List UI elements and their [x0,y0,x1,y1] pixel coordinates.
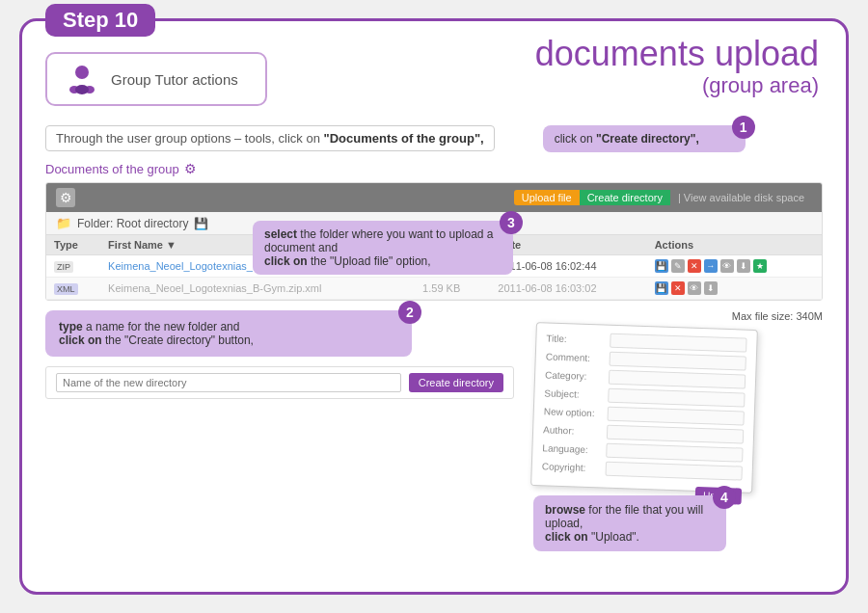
upload-option[interactable] [607,407,744,426]
step-badge: Step 10 [45,4,155,37]
callout-3-click: click on [264,254,308,268]
action-icon[interactable]: 👁 [688,281,701,295]
svg-point-3 [75,85,89,94]
num-badge-2: 2 [398,301,421,324]
callout-3: select the folder where you want to uplo… [253,221,513,275]
file-actions-1: 💾 ✎ ✕ → 👁 ⬇ ★ [647,255,822,278]
callout-3-select: select [264,227,297,241]
callout-4-browse: browse [545,503,585,517]
fm-gear-icon: ⚙ [56,188,75,207]
num-badge-1: 1 [732,116,755,139]
new-dir-input[interactable] [56,373,401,392]
callout-3-text2: the "Upload file" option, [308,254,431,268]
action-icon[interactable]: ★ [753,259,767,273]
step-label: Step 10 [63,8,138,32]
callout-4-click: click on [545,530,588,544]
upload-title[interactable] [610,333,746,353]
fm-header: ⚙ Upload file Create directory | View av… [46,183,822,212]
upload-form: Title: Comment: Category: Subject: New o… [530,322,758,493]
callout-4: browse for the file that you will upload… [533,495,726,551]
file-size-2: 1.59 KB [415,278,490,300]
action-icon[interactable]: 💾 [655,259,668,273]
num-badge-4: 4 [713,486,736,509]
instruction-top: Through the user group options – tools, … [45,125,495,151]
content-area: Through the user group options – tools, … [45,125,823,551]
file-date-2: 2011-06-08 16:03:02 [490,278,646,300]
actor-box: Group Tutor actions [45,52,267,106]
instr-text-prefix: Through the user group options – tools, … [56,131,324,146]
main-title: documents upload [535,35,819,73]
col-actions: Actions [647,235,822,255]
callout-1-bold: "Create directory", [596,132,699,146]
upload-copyright[interactable] [606,462,743,481]
callout-4-text2: "Upload". [588,530,639,544]
view-disk-btn[interactable]: | View available disk space [670,190,812,205]
callout-2: type a name for the new folder and click… [45,310,412,357]
file-type-1: ZIP [46,255,100,278]
create-dir-submit-btn[interactable]: Create directory [409,373,503,392]
callout-2-text2: the "Create directory" button, [102,333,254,347]
action-icon[interactable]: ✎ [671,259,685,273]
sub-title: (group area) [535,73,819,98]
actor-label: Group Tutor actions [111,71,238,88]
table-row: XML Keimena_Neoel_Logotexnias_B-Gym.zip.… [46,278,822,300]
action-icon[interactable]: ✕ [688,259,701,273]
max-file-size: Max file size: 340M [533,310,823,322]
action-icon[interactable]: 👁 [720,259,734,273]
fm-toolbar: Upload file Create directory | View avai… [514,190,812,205]
file-actions-2: 💾 ✕ 👁 ⬇ [647,278,822,300]
file-type-2: XML [46,278,100,300]
action-icon[interactable]: → [704,259,718,273]
page-title-block: documents upload (group area) [535,35,819,98]
action-icon[interactable]: ✕ [671,281,685,295]
num-badge-3: 3 [500,211,523,234]
upload-comment[interactable] [609,352,746,371]
action-icon[interactable]: 💾 [655,281,668,295]
file-name-2: Keimena_Neoel_Logotexnias_B-Gym.zip.xml [100,278,415,300]
callout-2-text1: a name for the new folder and [83,320,240,333]
create-dir-form: Create directory [45,366,514,399]
upload-category[interactable] [609,370,746,389]
group-tutor-icon [65,62,99,96]
callout-1-prefix: click on [555,132,596,146]
instr-text-bold: "Documents of the group", [324,131,484,146]
svg-point-0 [75,66,89,79]
upload-language[interactable] [606,443,743,463]
create-dir-form-wrapper: Create directory [45,366,514,399]
callout-2-type: type [59,320,83,333]
col-date: Date [490,235,646,255]
callout-1: click on "Create directory", 1 [543,125,746,152]
action-icon[interactable]: ⬇ [737,259,750,273]
bottom-left: type a name for the new folder and click… [45,310,514,399]
docs-section-label: Documents of the group ⚙ [45,161,823,176]
upload-section: Max file size: 340M Title: Comment: Cate… [533,310,823,551]
folder-label: Folder: Root directory [77,217,188,230]
callout-3-text1: the folder where you want to upload a do… [264,227,494,254]
bottom-row: type a name for the new folder and click… [45,310,823,551]
upload-file-btn[interactable]: Upload file [514,190,580,205]
col-type: Type [46,235,100,255]
main-card: Step 10 documents upload (group area) Gr… [19,18,849,595]
upload-subject[interactable] [608,388,745,408]
upload-author[interactable] [607,425,744,444]
create-dir-btn-toolbar[interactable]: Create directory [580,190,670,205]
file-date-1: 2011-06-08 16:02:44 [490,255,646,278]
action-icon[interactable]: ⬇ [704,281,718,295]
callout-2-click: click on [59,333,102,347]
